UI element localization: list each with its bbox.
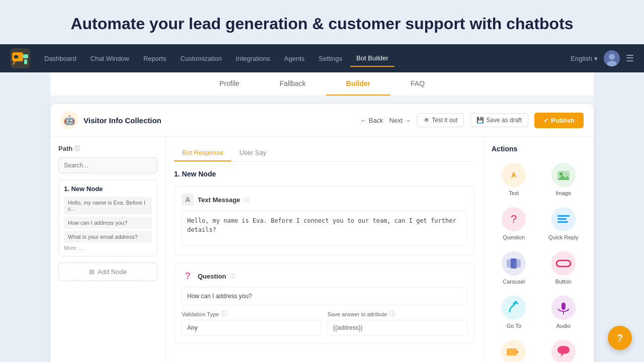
action-question-label: Question xyxy=(503,234,525,240)
action-goto[interactable]: Go To xyxy=(492,293,536,332)
publish-button[interactable]: ✓ Publish xyxy=(534,113,584,128)
help-button[interactable]: ? xyxy=(608,326,632,350)
action-carousel-icon xyxy=(502,251,526,276)
next-button[interactable]: Next → xyxy=(389,117,411,124)
action-image[interactable]: Image xyxy=(541,160,586,199)
action-text-icon: A xyxy=(502,163,526,187)
back-button[interactable]: ← Back xyxy=(360,117,383,124)
action-text-label: Text xyxy=(509,190,519,196)
svg-point-24 xyxy=(551,251,576,276)
middle-panel: Bot Response User Say 1. New Node A Text… xyxy=(166,137,483,362)
action-button-label: Button xyxy=(555,279,572,285)
text-message-header: A Text Message ⓘ xyxy=(182,194,467,206)
nav-avatar[interactable] xyxy=(604,50,620,66)
save-attribute-group: Save answer to attribute ⓘ xyxy=(328,310,467,336)
svg-rect-2 xyxy=(14,55,18,58)
validation-type-group: Validation Type ⓘ Any xyxy=(182,310,321,336)
tab-faq[interactable]: FAQ xyxy=(390,72,445,96)
action-chat-transfer[interactable]: Chat Transfer xyxy=(541,337,586,362)
text-message-info: ⓘ xyxy=(244,196,250,204)
nav-menu-icon[interactable]: ☰ xyxy=(626,53,634,64)
action-text[interactable]: A Text xyxy=(492,160,536,199)
action-question-icon: ? xyxy=(502,207,526,231)
page-tab-bar: Profile Fallback Builder FAQ xyxy=(199,72,445,96)
nav-item-agents[interactable]: Agents xyxy=(278,51,310,66)
text-message-input[interactable]: Hello, my name is Eva. Before I connect … xyxy=(182,211,467,246)
svg-rect-4 xyxy=(24,59,27,64)
header-actions: ← Back Next → 👁 Test it out 💾 Save as dr… xyxy=(360,113,584,128)
save-attribute-input[interactable] xyxy=(328,320,467,336)
svg-text:?: ? xyxy=(511,213,517,225)
tab-fallback[interactable]: Fallback xyxy=(260,72,326,96)
nav-item-settings[interactable]: Settings xyxy=(312,51,348,66)
action-goto-label: Go To xyxy=(507,323,521,329)
actions-title: Actions xyxy=(492,145,586,153)
navbar: Dashboard Chat Window Reports Customizat… xyxy=(0,44,644,72)
question-info: ⓘ xyxy=(230,273,235,280)
question-title: Question xyxy=(198,273,226,280)
resp-tab-bot-response[interactable]: Bot Response xyxy=(174,145,231,161)
path-title: Path ⓘ xyxy=(58,145,157,152)
validation-type-select[interactable]: Any xyxy=(182,320,321,336)
text-message-title: Text Message xyxy=(198,196,240,204)
nav-items: Dashboard Chat Window Reports Customizat… xyxy=(38,50,571,67)
bot-icon: 🤖 xyxy=(60,111,78,129)
nav-item-dashboard[interactable]: Dashboard xyxy=(38,51,83,66)
action-audio-icon xyxy=(551,296,576,320)
bot-card: 🤖 Visitor Info Collection ← Back Next → … xyxy=(50,104,594,362)
three-col-layout: Path ⓘ 1. New Node Hello, my name is Eva… xyxy=(50,137,594,362)
nav-right: English ▾ ☰ xyxy=(571,50,634,66)
svg-point-12 xyxy=(559,172,562,175)
svg-rect-31 xyxy=(507,348,517,355)
save-draft-button[interactable]: 💾 Save as draft xyxy=(470,113,528,127)
node-more: More ... xyxy=(64,245,152,251)
action-quick-reply-icon xyxy=(551,207,576,231)
nav-item-reports[interactable]: Reports xyxy=(137,51,173,66)
action-goto-icon xyxy=(502,296,526,320)
nav-item-chat-window[interactable]: Chat Window xyxy=(85,51,135,66)
svg-rect-19 xyxy=(557,221,568,223)
node-heading: 1. New Node xyxy=(174,170,475,178)
bot-card-header: 🤖 Visitor Info Collection ← Back Next → … xyxy=(50,104,594,137)
tab-profile[interactable]: Profile xyxy=(199,72,260,96)
action-button[interactable]: Button xyxy=(541,248,586,288)
action-video[interactable]: Video xyxy=(492,337,536,362)
node-title: 1. New Node xyxy=(64,185,152,193)
action-quick-reply[interactable]: Quick Reply xyxy=(541,204,586,243)
nav-language-selector[interactable]: English ▾ xyxy=(571,55,598,62)
nav-item-integrations[interactable]: Integrations xyxy=(230,51,276,66)
right-panel: Actions A Text xyxy=(483,137,594,362)
svg-rect-23 xyxy=(515,259,521,267)
action-image-label: Image xyxy=(555,190,571,196)
response-tabs: Bot Response User Say xyxy=(174,145,475,162)
test-button[interactable]: 👁 Test it out xyxy=(417,113,464,127)
question-form-row: Validation Type ⓘ Any Save answer to att… xyxy=(182,310,467,336)
question-block: ? Question ⓘ Validation Type ⓘ xyxy=(174,262,475,343)
tab-builder[interactable]: Builder xyxy=(326,72,390,96)
text-message-icon: A xyxy=(182,194,194,206)
svg-point-6 xyxy=(609,54,615,60)
svg-point-26 xyxy=(502,296,526,320)
svg-rect-3 xyxy=(23,54,28,58)
action-question[interactable]: ? Question xyxy=(492,204,536,243)
validation-type-label: Validation Type ⓘ xyxy=(182,310,321,318)
action-chat-transfer-icon xyxy=(551,340,576,362)
svg-rect-28 xyxy=(561,303,566,310)
resp-tab-user-say[interactable]: User Say xyxy=(231,145,274,161)
question-input[interactable] xyxy=(182,287,467,305)
action-carousel[interactable]: Carousel xyxy=(492,248,536,288)
action-audio-label: Audio xyxy=(556,323,571,329)
node-card: 1. New Node Hello, my name is Eva. Befor… xyxy=(58,179,157,256)
search-input[interactable] xyxy=(58,157,157,173)
action-carousel-label: Carousel xyxy=(503,279,525,285)
hero-title: Automate your lead generation & customer… xyxy=(10,14,634,33)
bot-card-title: 🤖 Visitor Info Collection xyxy=(60,111,162,129)
action-button-icon xyxy=(551,251,576,276)
text-message-block: A Text Message ⓘ Hello, my name is Eva. … xyxy=(174,186,475,255)
nav-item-bot-builder[interactable]: Bot Builder xyxy=(350,50,394,67)
save-attribute-label: Save answer to attribute ⓘ xyxy=(328,310,467,318)
add-node-button[interactable]: ⊞ Add Node xyxy=(58,262,157,281)
nav-item-customization[interactable]: Customization xyxy=(174,51,227,66)
svg-rect-18 xyxy=(557,218,567,220)
action-audio[interactable]: Audio xyxy=(541,293,586,332)
